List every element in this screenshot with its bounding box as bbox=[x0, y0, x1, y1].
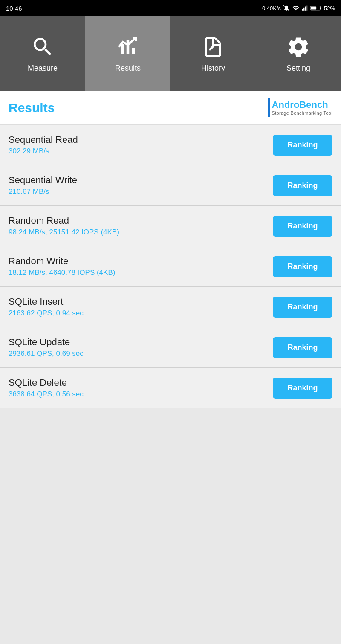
status-bar: 10:46 0.40K/s 52% bbox=[0, 0, 341, 16]
gear-icon bbox=[286, 35, 310, 59]
svg-rect-1 bbox=[302, 9, 303, 11]
result-title: SQLite Update bbox=[9, 337, 84, 348]
result-item: SQLite Update 2936.61 QPS, 0.69 sec Rank… bbox=[0, 327, 341, 368]
history-icon bbox=[200, 34, 226, 60]
signal-icon bbox=[302, 5, 308, 12]
result-item: SQLite Delete 3638.64 QPS, 0.56 sec Rank… bbox=[0, 368, 341, 408]
result-info: Sequential Write 210.67 MB/s bbox=[9, 175, 77, 196]
svg-rect-2 bbox=[303, 8, 304, 11]
tab-setting-label: Setting bbox=[286, 64, 310, 73]
battery-icon bbox=[310, 5, 322, 12]
result-value: 2163.62 QPS, 0.94 sec bbox=[9, 309, 84, 318]
results-icon bbox=[115, 34, 141, 60]
result-title: Random Read bbox=[9, 215, 119, 226]
result-title: SQLite Delete bbox=[9, 377, 84, 388]
svg-rect-3 bbox=[305, 7, 306, 11]
logo-area: AndroBench Storage Benchmarking Tool bbox=[268, 98, 332, 117]
ranking-button[interactable]: Ranking bbox=[273, 216, 332, 237]
logo-text: AndroBench Storage Benchmarking Tool bbox=[272, 100, 332, 115]
search-icon bbox=[31, 35, 55, 59]
tab-history-label: History bbox=[201, 64, 225, 73]
status-right: 0.40K/s 52% bbox=[262, 5, 335, 12]
result-info: Random Write 18.12 MB/s, 4640.78 IOPS (4… bbox=[9, 256, 115, 277]
tab-setting[interactable]: Setting bbox=[256, 16, 341, 91]
result-title: SQLite Insert bbox=[9, 296, 84, 307]
result-value: 210.67 MB/s bbox=[9, 188, 77, 196]
ranking-button[interactable]: Ranking bbox=[273, 256, 332, 277]
result-info: Random Read 98.24 MB/s, 25151.42 IOPS (4… bbox=[9, 215, 119, 237]
svg-rect-4 bbox=[306, 6, 307, 11]
logo-brand: AndroBench bbox=[272, 100, 332, 110]
measure-icon bbox=[30, 34, 55, 60]
result-info: SQLite Update 2936.61 QPS, 0.69 sec bbox=[9, 337, 84, 358]
setting-icon bbox=[286, 34, 311, 60]
results-list: Sequential Read 302.29 MB/s Ranking Sequ… bbox=[0, 125, 341, 408]
result-item: Sequential Read 302.29 MB/s Ranking bbox=[0, 125, 341, 165]
svg-rect-7 bbox=[311, 7, 316, 10]
chart-icon bbox=[116, 35, 140, 59]
ranking-button[interactable]: Ranking bbox=[273, 337, 332, 358]
wifi-icon bbox=[292, 5, 300, 12]
result-item: Random Write 18.12 MB/s, 4640.78 IOPS (4… bbox=[0, 246, 341, 287]
result-value: 302.29 MB/s bbox=[9, 147, 78, 156]
result-value: 2936.61 QPS, 0.69 sec bbox=[9, 349, 84, 358]
logo-subtitle: Storage Benchmarking Tool bbox=[272, 110, 332, 116]
ranking-button[interactable]: Ranking bbox=[273, 175, 332, 196]
ranking-button[interactable]: Ranking bbox=[273, 297, 332, 318]
mute-icon bbox=[283, 5, 290, 12]
logo-bar bbox=[268, 98, 270, 117]
result-item: SQLite Insert 2163.62 QPS, 0.94 sec Rank… bbox=[0, 287, 341, 327]
tab-history[interactable]: History bbox=[170, 16, 256, 91]
ranking-button[interactable]: Ranking bbox=[273, 378, 332, 399]
result-item: Random Read 98.24 MB/s, 25151.42 IOPS (4… bbox=[0, 206, 341, 246]
result-value: 3638.64 QPS, 0.56 sec bbox=[9, 390, 84, 399]
document-edit-icon bbox=[201, 35, 225, 59]
tab-results-label: Results bbox=[115, 64, 141, 73]
nav-tabs: Measure Results History Setting bbox=[0, 16, 341, 91]
result-value: 98.24 MB/s, 25151.42 IOPS (4KB) bbox=[9, 228, 119, 237]
page-header: Results AndroBench Storage Benchmarking … bbox=[0, 91, 341, 125]
result-title: Random Write bbox=[9, 256, 115, 267]
battery-pct: 52% bbox=[324, 5, 335, 12]
tab-measure-label: Measure bbox=[28, 64, 58, 73]
result-item: Sequential Write 210.67 MB/s Ranking bbox=[0, 165, 341, 206]
result-title: Sequential Write bbox=[9, 175, 77, 186]
ranking-button[interactable]: Ranking bbox=[273, 135, 332, 156]
status-time: 10:46 bbox=[6, 5, 22, 12]
result-value: 18.12 MB/s, 4640.78 IOPS (4KB) bbox=[9, 269, 115, 277]
result-info: SQLite Delete 3638.64 QPS, 0.56 sec bbox=[9, 377, 84, 399]
page-title: Results bbox=[9, 101, 55, 115]
result-title: Sequential Read bbox=[9, 134, 78, 145]
tab-results[interactable]: Results bbox=[85, 16, 170, 91]
result-info: SQLite Insert 2163.62 QPS, 0.94 sec bbox=[9, 296, 84, 318]
svg-rect-6 bbox=[320, 7, 321, 9]
tab-measure[interactable]: Measure bbox=[0, 16, 85, 91]
result-info: Sequential Read 302.29 MB/s bbox=[9, 134, 78, 156]
network-speed: 0.40K/s bbox=[262, 5, 281, 12]
